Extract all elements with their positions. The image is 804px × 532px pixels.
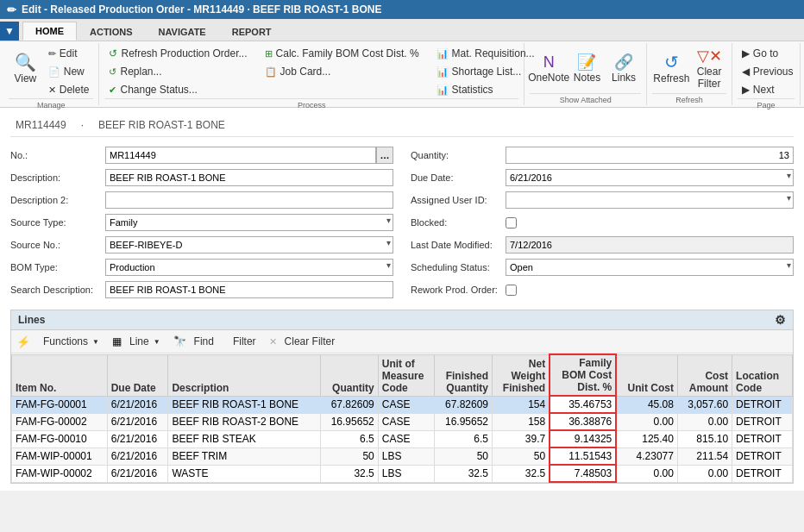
statistics-button[interactable]: 📊 Statistics bbox=[432, 81, 539, 98]
new-button[interactable]: 📄 New bbox=[44, 63, 94, 80]
next-icon: ▶ bbox=[742, 84, 750, 96]
table-row[interactable]: FAM-WIP-000026/21/2016WASTE32.5LBS32.532… bbox=[12, 465, 793, 482]
due-date-label: Due Date: bbox=[411, 172, 506, 183]
cell-dueDate: 6/21/2016 bbox=[107, 430, 168, 448]
scheduling-status-select[interactable]: Open bbox=[506, 259, 794, 276]
form-row-due-date: Due Date: 6/21/2016 bbox=[411, 168, 794, 187]
functions-button[interactable]: Functions ▼ bbox=[37, 333, 105, 350]
notes-button[interactable]: 📝 Notes bbox=[569, 45, 605, 93]
col-header-item-no: Item No. bbox=[12, 354, 108, 396]
view-icon: 🔍 bbox=[15, 53, 36, 71]
form-row-description: Description: bbox=[10, 168, 393, 187]
form-col-left: No.: … Description: Description 2: Sourc… bbox=[10, 146, 393, 303]
form-row-scheduling-status: Scheduling Status: Open bbox=[411, 258, 794, 277]
col-header-cost-amount: CostAmount bbox=[677, 354, 732, 396]
cell-itemNo: FAM-WIP-00002 bbox=[12, 465, 108, 482]
no-label: No.: bbox=[10, 150, 105, 160]
assigned-user-wrapper bbox=[506, 191, 794, 209]
cell-finishedQty: 32.5 bbox=[435, 465, 493, 482]
statistics-icon: 📊 bbox=[437, 84, 449, 96]
goto-button[interactable]: ▶ Go to bbox=[738, 45, 798, 62]
tab-actions[interactable]: ACTIONS bbox=[77, 22, 146, 41]
col-header-uom: Unit ofMeasureCode bbox=[378, 354, 434, 396]
search-desc-input[interactable] bbox=[105, 281, 393, 298]
ribbon: ▼ HOME ACTIONS NAVIGATE REPORT 🔍 View ✏ … bbox=[0, 19, 804, 108]
no-input[interactable] bbox=[105, 147, 376, 164]
edit-button[interactable]: ✏ Edit bbox=[44, 45, 94, 62]
table-row[interactable]: FAM-FG-000016/21/2016BEEF RIB ROAST-1 BO… bbox=[12, 396, 793, 413]
source-no-label: Source No.: bbox=[10, 240, 105, 250]
filter-button[interactable]: Filter bbox=[227, 333, 262, 350]
ribbon-group-process: ↺ Refresh Production Order... ↺ Replan..… bbox=[99, 43, 524, 105]
refresh-prod-order-button[interactable]: ↺ Refresh Production Order... bbox=[104, 45, 251, 62]
calc-family-bom-button[interactable]: ⊞ Calc. Family BOM Cost Dist. % bbox=[261, 45, 424, 62]
due-date-select[interactable]: 6/21/2016 bbox=[506, 169, 794, 186]
view-button[interactable]: 🔍 View bbox=[9, 45, 42, 93]
source-no-select[interactable]: BEEF-RIBEYE-D bbox=[105, 236, 393, 253]
change-status-button[interactable]: ✔ Change Status... bbox=[104, 81, 251, 98]
title-bar-text: Edit - Released Production Order - MR114… bbox=[22, 3, 381, 16]
lines-table-header-row: Item No. Due Date Description Quantity U… bbox=[12, 354, 793, 396]
next-button[interactable]: ▶ Next bbox=[738, 81, 798, 98]
functions-caret: ▼ bbox=[92, 338, 99, 346]
cell-unitCost: 0.00 bbox=[616, 465, 677, 482]
cell-description: WASTE bbox=[168, 465, 320, 482]
cell-dueDate: 6/21/2016 bbox=[107, 465, 168, 482]
tab-home[interactable]: HOME bbox=[22, 22, 77, 41]
lines-header: Lines ⚙ bbox=[11, 310, 793, 330]
col-header-due-date: Due Date bbox=[107, 354, 168, 396]
bom-type-select[interactable]: Production bbox=[105, 259, 393, 276]
clear-filter-button[interactable]: ▽✕ Clear Filter bbox=[692, 45, 725, 93]
refresh-button[interactable]: ↺ Refresh bbox=[652, 45, 690, 93]
cell-netWeightFinished: 158 bbox=[493, 413, 550, 430]
manage-buttons: 🔍 View ✏ Edit 📄 New ✕ Delete bbox=[9, 45, 93, 98]
cell-locationCode: DETROIT bbox=[732, 465, 793, 482]
cell-uom: LBS bbox=[378, 448, 434, 465]
description2-label: Description 2: bbox=[10, 195, 105, 205]
source-type-select[interactable]: Family Item bbox=[105, 214, 393, 231]
lines-toolbar: ⚡ Functions ▼ ▦ Line ▼ 🔭 Find Filter bbox=[11, 330, 793, 354]
tab-report[interactable]: REPORT bbox=[219, 22, 285, 41]
description2-input[interactable] bbox=[105, 191, 393, 209]
scheduling-status-wrapper: Open bbox=[506, 259, 794, 276]
line-button[interactable]: Line ▼ bbox=[123, 333, 166, 350]
description-input[interactable] bbox=[105, 169, 393, 186]
settings-icon[interactable]: ⚙ bbox=[775, 313, 786, 327]
shortage-list-button[interactable]: 📊 Shortage List... bbox=[432, 63, 539, 80]
cell-unitCost: 45.08 bbox=[616, 396, 677, 413]
tab-navigate[interactable]: NAVIGATE bbox=[146, 22, 219, 41]
table-row[interactable]: FAM-WIP-000016/21/2016BEEF TRIM50LBS5050… bbox=[12, 448, 793, 465]
cell-itemNo: FAM-FG-00010 bbox=[12, 430, 108, 448]
clear-filter-toolbar-button[interactable]: Clear Filter bbox=[279, 333, 342, 350]
cell-costAmount: 0.00 bbox=[677, 465, 732, 482]
cell-description: BEEF RIB ROAST-2 BONE bbox=[168, 413, 320, 430]
blocked-checkbox[interactable] bbox=[506, 217, 517, 228]
links-button[interactable]: 🔗 Links bbox=[606, 45, 642, 93]
cell-quantity: 67.82609 bbox=[320, 396, 378, 413]
previous-button[interactable]: ◀ Previous bbox=[738, 63, 798, 80]
nav-menu-button[interactable]: ▼ bbox=[0, 22, 19, 41]
col-header-location-code: LocationCode bbox=[732, 354, 793, 396]
assigned-user-label: Assigned User ID: bbox=[411, 195, 506, 205]
cell-quantity: 32.5 bbox=[320, 465, 378, 482]
find-button[interactable]: Find bbox=[188, 333, 220, 350]
quantity-input[interactable] bbox=[506, 147, 794, 164]
job-card-button[interactable]: 📋 Job Card... bbox=[261, 63, 424, 80]
form-row-assigned-user: Assigned User ID: bbox=[411, 191, 794, 210]
replan-button[interactable]: ↺ Replan... bbox=[104, 63, 251, 80]
shortage-icon: 📊 bbox=[437, 66, 449, 78]
rework-checkbox[interactable] bbox=[506, 285, 517, 296]
mat-requisition-button[interactable]: 📊 Mat. Requisition... bbox=[432, 45, 539, 62]
no-browse-button[interactable]: … bbox=[376, 147, 393, 164]
cell-itemNo: FAM-WIP-00001 bbox=[12, 448, 108, 465]
ribbon-group-refresh: ↺ Refresh ▽✕ Clear Filter Refresh bbox=[647, 43, 732, 105]
delete-icon: ✕ bbox=[48, 84, 56, 96]
page-title-number: MR114449 bbox=[16, 119, 66, 131]
edit-icon: ✏ bbox=[48, 48, 56, 59]
title-bar: ✏ Edit - Released Production Order - MR1… bbox=[0, 0, 804, 19]
table-row[interactable]: FAM-FG-000106/21/2016BEEF RIB STEAK6.5CA… bbox=[12, 430, 793, 448]
delete-button[interactable]: ✕ Delete bbox=[44, 81, 94, 98]
assigned-user-select[interactable] bbox=[506, 191, 794, 209]
onenote-button[interactable]: N OneNote bbox=[530, 45, 568, 93]
table-row[interactable]: FAM-FG-000026/21/2016BEEF RIB ROAST-2 BO… bbox=[12, 413, 793, 430]
